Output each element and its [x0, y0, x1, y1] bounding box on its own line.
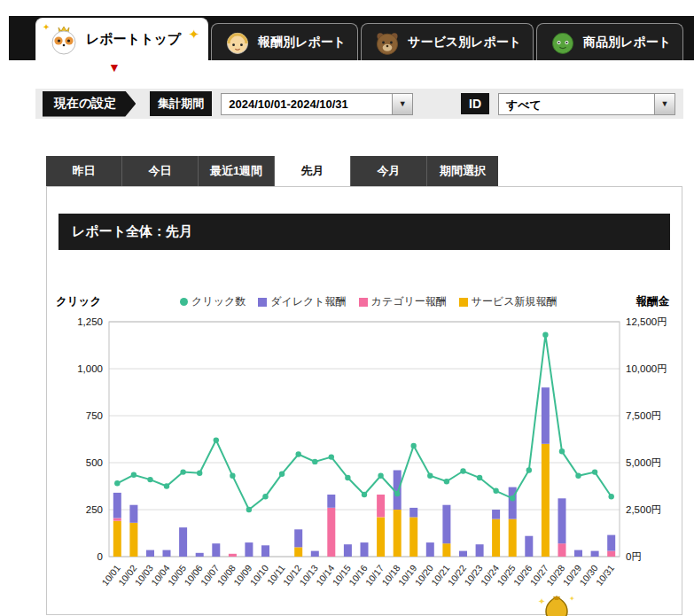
green-mascot-icon [549, 28, 577, 57]
svg-text:1,250: 1,250 [77, 316, 103, 327]
period-select-value: 2024/10/01-2024/10/31 [222, 94, 392, 114]
tab-label: レポートトップ [86, 31, 181, 48]
report-dashboard-page: ✦ レポートトップ ✦ 報酬別レポート [0, 0, 694, 616]
fox-mascot-icon [48, 24, 80, 56]
bar-series-marker-icon [258, 298, 267, 307]
svg-text:10/10: 10/10 [247, 563, 270, 588]
report-title-bar: レポート全体：先月 [58, 214, 670, 250]
sparkle-icon: ✦ [43, 23, 50, 32]
sparkle-icon: ✦ [189, 27, 200, 41]
period-tab-last-month[interactable]: 先月 [275, 156, 351, 186]
id-select[interactable]: すべて ▼ [498, 93, 675, 115]
svg-text:10/31: 10/31 [594, 563, 617, 588]
chevron-down-icon[interactable]: ▼ [392, 94, 412, 114]
svg-text:1,000: 1,000 [77, 363, 103, 374]
active-tab-pointer-icon: ▼ [108, 61, 121, 74]
legend-item-service-new: サービス新規報酬 [459, 294, 558, 309]
current-settings-label: 現在の設定 [43, 91, 136, 117]
gold-pouch-icon: ✦ ✦ [534, 592, 580, 616]
svg-text:0: 0 [97, 551, 103, 562]
legend-item-category: カテゴリー報酬 [359, 294, 447, 309]
bar-series-marker-icon [459, 298, 468, 307]
svg-text:750: 750 [86, 410, 103, 421]
main-tabbar: ✦ レポートトップ ✦ 報酬別レポート [9, 16, 694, 60]
left-axis-title: クリック [56, 294, 101, 309]
svg-text:10,000円: 10,000円 [626, 363, 667, 374]
report-chart: 00円2502,500円5005,000円7507,500円1,00010,00… [52, 313, 678, 593]
period-tab-this-month[interactable]: 今月 [351, 156, 427, 186]
report-panel: レポート全体：先月 クリック クリック数 ダイレクト報酬 カテゴリー報酬 [46, 186, 682, 615]
svg-text:✦: ✦ [569, 595, 575, 603]
chevron-down-icon[interactable]: ▼ [654, 94, 675, 114]
period-select[interactable]: 2024/10/01-2024/10/31 ▼ [221, 93, 413, 115]
chart-legend: クリック数 ダイレクト報酬 カテゴリー報酬 サービス新規報酬 [101, 294, 636, 309]
legend-label: サービス新規報酬 [472, 294, 558, 309]
id-label: ID [461, 93, 489, 114]
period-tab-today[interactable]: 今日 [122, 156, 199, 186]
girl-mascot-icon [223, 28, 252, 57]
svg-text:✦: ✦ [538, 597, 545, 606]
legend-label: ダイレクト報酬 [270, 294, 346, 309]
settings-bar: 現在の設定 集計期間 2024/10/01-2024/10/31 ▼ ID すべ… [35, 89, 683, 119]
tab-report-top[interactable]: ✦ レポートトップ ✦ [35, 18, 208, 60]
legend-item-clicks: クリック数 [180, 294, 246, 309]
right-axis-title: 報酬金 [636, 294, 670, 309]
period-tab-custom[interactable]: 期間選択 [427, 156, 498, 186]
chart-header-row: クリック クリック数 ダイレクト報酬 カテゴリー報酬 サービス新規報酬 [56, 294, 669, 309]
svg-text:5,000円: 5,000円 [626, 457, 661, 468]
legend-label: カテゴリー報酬 [371, 294, 447, 309]
tab-reward-report[interactable]: 報酬別レポート [211, 23, 358, 60]
tab-label: 報酬別レポート [258, 35, 346, 51]
svg-text:0円: 0円 [626, 551, 642, 562]
tab-label: 商品別レポート [583, 35, 671, 51]
svg-text:7,500円: 7,500円 [626, 410, 661, 421]
svg-text:2,500円: 2,500円 [626, 504, 661, 515]
period-tabbar: 昨日 今日 最近1週間 先月 今月 期間選択 [46, 156, 498, 186]
bear-mascot-icon [373, 28, 402, 57]
period-tab-yesterday[interactable]: 昨日 [46, 156, 122, 186]
aggregation-period-label: 集計期間 [150, 91, 212, 116]
period-tab-last-week[interactable]: 最近1週間 [199, 156, 275, 186]
line-series-marker-icon [180, 298, 188, 306]
svg-text:250: 250 [86, 504, 103, 515]
legend-item-direct: ダイレクト報酬 [258, 294, 346, 309]
svg-text:500: 500 [86, 457, 103, 468]
svg-text:12,500円: 12,500円 [626, 316, 667, 327]
tab-service-report[interactable]: サービス別レポート [361, 23, 534, 60]
id-select-value: すべて [499, 94, 654, 114]
tab-label: サービス別レポート [408, 35, 521, 51]
bar-series-marker-icon [359, 298, 368, 307]
legend-label: クリック数 [191, 294, 246, 309]
tab-product-report[interactable]: 商品別レポート [536, 23, 683, 60]
